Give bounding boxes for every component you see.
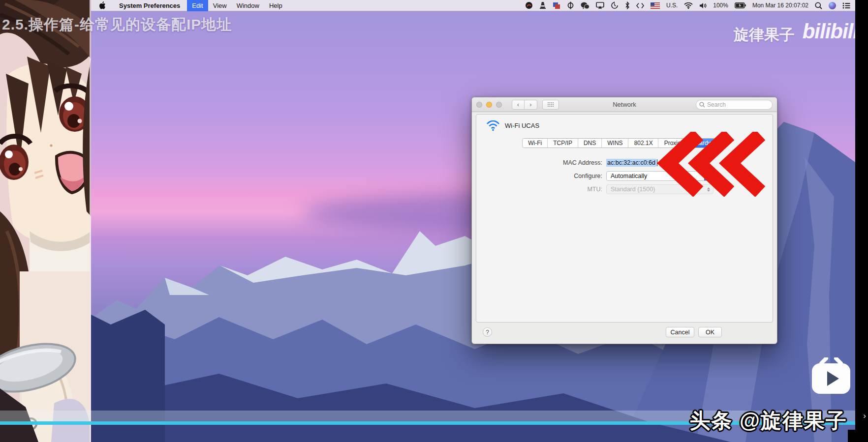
app-circle-icon[interactable] (525, 1, 533, 9)
uploader-overlay: 旋律果子 bilibili ? (734, 20, 858, 45)
configure-dropdown[interactable]: Automatically (606, 171, 713, 181)
menu-window[interactable]: Window (232, 0, 264, 11)
connection-name: Wi-Fi UCAS (505, 122, 539, 129)
dev-brackets-icon[interactable] (636, 2, 644, 9)
battery-icon[interactable] (735, 2, 746, 8)
video-title-overlay: 2.5.操作篇-给常见的设备配IP地址 (2, 15, 232, 35)
airplay-display-icon[interactable] (596, 2, 604, 9)
minimize-button[interactable] (486, 102, 492, 108)
video-frame: System Preferences Edit View Window Help… (0, 0, 868, 442)
window-titlebar[interactable]: ‹ › Network (472, 97, 777, 112)
mac-address-label: MAC Address: (476, 159, 606, 166)
configure-row: Configure: Automatically (476, 171, 773, 181)
input-source-label[interactable]: U.S. (666, 2, 678, 9)
bilibili-logo: bilibili ? (803, 20, 858, 43)
tab-8021x[interactable]: 802.1X (629, 139, 659, 147)
tab-hardware[interactable]: Hardware (690, 139, 726, 147)
network-window: ‹ › Network Wi-Fi UCAS Wi-Fi (471, 97, 777, 344)
mtu-row: MTU: Standard (1500) (476, 184, 773, 194)
us-flag-icon[interactable] (651, 2, 660, 9)
mtu-label: MTU: (476, 186, 606, 193)
windows-switch-icon[interactable] (553, 2, 560, 9)
forward-button[interactable]: › (525, 100, 537, 110)
menu-edit[interactable]: Edit (187, 0, 208, 11)
stepper-arrows-icon (704, 187, 713, 192)
help-button[interactable]: ? (483, 327, 492, 337)
connection-row: Wi-Fi UCAS (486, 120, 539, 131)
macos-desktop: System Preferences Edit View Window Help… (91, 0, 855, 442)
hardware-form: MAC Address: ac:bc:32:ac:c0:6d Configure… (476, 158, 773, 198)
battery-percent-label: 100% (713, 2, 728, 9)
bilibili-tv-icon (810, 357, 852, 395)
letterbox-corner (848, 430, 868, 442)
menu-status-area: U.S. 100% Mon Mar 16 20:07:02 (525, 1, 850, 9)
next-arrow-icon[interactable]: › (863, 411, 866, 421)
menu-system-preferences[interactable]: System Preferences (114, 0, 187, 11)
apple-menu[interactable] (99, 1, 106, 9)
configure-label: Configure: (476, 173, 606, 179)
wechat-icon[interactable] (581, 2, 589, 9)
letterbox-right (855, 0, 868, 442)
mac-address-selection: ac:bc:32:ac:c0:6d (606, 159, 656, 167)
search-input[interactable] (707, 101, 766, 108)
vlc-cone-icon[interactable] (539, 1, 546, 9)
mac-address-row: MAC Address: ac:bc:32:ac:c0:6d (476, 158, 773, 168)
back-button[interactable]: ‹ (512, 100, 525, 110)
phi-icon[interactable] (567, 1, 574, 9)
notification-center-icon[interactable] (842, 2, 850, 9)
tab-tcpip[interactable]: TCP/IP (548, 139, 578, 147)
text-cursor (657, 159, 657, 166)
tab-bar: Wi-Fi TCP/IP DNS WINS 802.1X Proxies Har… (522, 138, 726, 148)
watermark-text: 头条 @旋律果子 (689, 407, 847, 435)
siri-icon[interactable] (829, 2, 836, 9)
mac-address-value[interactable]: ac:bc:32:ac:c0:6d (606, 159, 657, 167)
zoom-button[interactable] (496, 102, 502, 108)
configure-value: Automatically (607, 173, 704, 179)
bluetooth-icon[interactable] (625, 1, 630, 9)
cancel-button[interactable]: Cancel (666, 327, 694, 337)
tab-wifi[interactable]: Wi-Fi (523, 139, 548, 147)
tab-proxies[interactable]: Proxies (659, 139, 690, 147)
tab-dns[interactable]: DNS (578, 139, 602, 147)
dropdown-arrows-icon (704, 172, 713, 180)
window-content-panel: Wi-Fi UCAS Wi-Fi TCP/IP DNS WINS 802.1X … (476, 114, 773, 323)
menu-help[interactable]: Help (264, 0, 287, 11)
time-machine-icon[interactable] (611, 1, 619, 9)
menu-clock[interactable]: Mon Mar 16 20:07:02 (752, 2, 808, 9)
uploader-name: 旋律果子 (734, 25, 795, 45)
mtu-dropdown: Standard (1500) (606, 184, 713, 194)
volume-icon[interactable] (699, 2, 707, 9)
search-icon (699, 102, 705, 108)
wifi-service-icon (486, 120, 500, 131)
anime-character-overlay (0, 0, 91, 442)
menu-view[interactable]: View (208, 0, 232, 11)
mtu-value: Standard (1500) (607, 186, 704, 193)
close-button[interactable] (476, 102, 482, 108)
search-field[interactable] (696, 100, 773, 110)
tab-wins[interactable]: WINS (602, 139, 628, 147)
menu-bar: System Preferences Edit View Window Help… (91, 0, 855, 11)
ok-button[interactable]: OK (698, 327, 722, 337)
spotlight-icon[interactable] (815, 2, 822, 9)
wifi-icon[interactable] (684, 2, 693, 9)
show-all-button[interactable] (542, 100, 559, 110)
